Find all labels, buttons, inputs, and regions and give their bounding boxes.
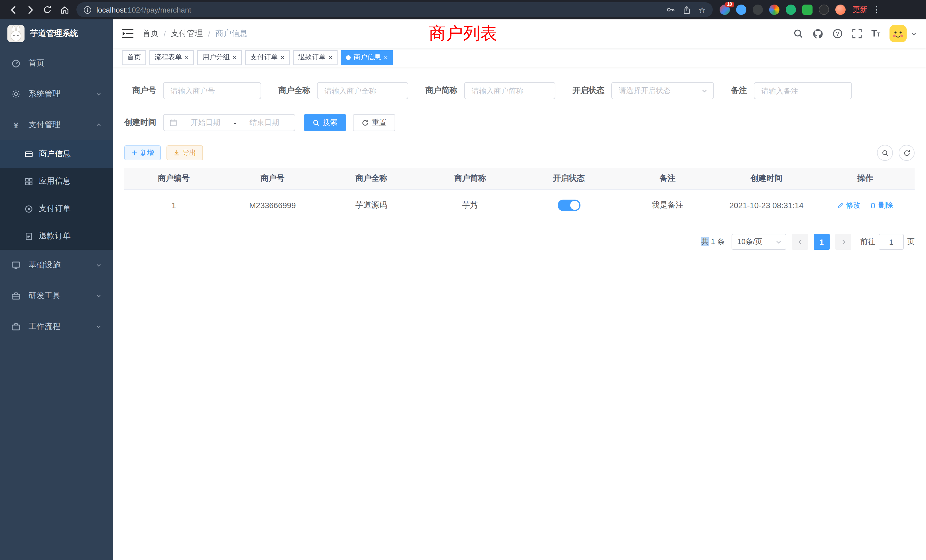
tab-flow-form[interactable]: 流程表单× <box>150 50 194 65</box>
user-menu[interactable] <box>890 25 917 42</box>
search-button[interactable]: 搜索 <box>304 114 346 131</box>
pagination-total: 共1条 <box>700 237 726 247</box>
sidebar-submenu-pay: 商户信息 应用信息 支付订单 退款订单 <box>0 140 113 250</box>
extension-badge: 10 <box>725 2 734 8</box>
calendar-icon <box>169 119 177 127</box>
app-logo[interactable]: 芋道管理系统 <box>0 20 113 48</box>
tags-view: 首页 流程表单× 用户分组× 支付订单× 退款订单× 商户信息× <box>113 48 926 67</box>
edit-link[interactable]: 修改 <box>837 200 861 210</box>
github-icon[interactable] <box>813 28 823 39</box>
workflow-icon <box>11 322 21 331</box>
extension-icon[interactable] <box>769 5 779 15</box>
col-actions: 操作 <box>816 168 915 190</box>
download-icon <box>173 150 180 156</box>
dashboard-icon <box>11 59 21 68</box>
sidebar-item-pay[interactable]: ¥ 支付管理 <box>0 109 113 140</box>
toggle-search-button[interactable] <box>877 145 893 161</box>
col-short-name: 商户简称 <box>421 168 520 190</box>
sidebar-item-refund-order[interactable]: 退款订单 <box>0 222 113 250</box>
sidebar-item-app-info[interactable]: 应用信息 <box>0 168 113 195</box>
sidebar-item-devtools[interactable]: 研发工具 <box>0 281 113 311</box>
tab-merchant-info[interactable]: 商户信息× <box>341 50 393 65</box>
sidebar-item-label: 支付订单 <box>39 204 71 214</box>
status-label: 开启状态 <box>572 86 611 96</box>
page-number-button[interactable]: 1 <box>814 234 830 250</box>
extension-icon[interactable] <box>753 5 763 15</box>
bookmark-star-icon[interactable]: ☆ <box>698 5 706 14</box>
sidebar-item-workflow[interactable]: 工作流程 <box>0 311 113 342</box>
status-toggle[interactable] <box>557 200 580 211</box>
page: localhost:1024/pay/merchant ☆ 10 更新 ⋮ <box>0 0 926 560</box>
cell-merchant-id: 1 <box>124 190 223 221</box>
tab-user-group[interactable]: 用户分组× <box>197 50 242 65</box>
browser-refresh-icon[interactable] <box>40 2 55 17</box>
browser-address-bar[interactable]: localhost:1024/pay/merchant ☆ <box>76 2 713 17</box>
help-icon[interactable]: ? <box>832 29 843 39</box>
close-icon[interactable]: × <box>280 54 284 61</box>
search-icon[interactable] <box>793 29 803 39</box>
sidebar-item-infra[interactable]: 基础设施 <box>0 250 113 281</box>
extension-icon[interactable] <box>835 5 846 15</box>
sidebar-item-pay-order[interactable]: 支付订单 <box>0 195 113 222</box>
browser-home-icon[interactable] <box>57 2 72 17</box>
merchant-no-input[interactable] <box>163 82 261 99</box>
status-select[interactable]: 请选择开启状态 <box>611 82 714 99</box>
sidebar-fold-icon[interactable] <box>122 29 133 39</box>
site-info-icon[interactable] <box>83 5 92 14</box>
sidebar-item-home[interactable]: 首页 <box>0 48 113 79</box>
browser-update-button[interactable]: 更新 <box>852 5 867 15</box>
create-time-range-picker[interactable]: 开始日期 - 结束日期 <box>163 114 295 131</box>
refresh-table-button[interactable] <box>899 145 915 161</box>
reset-button[interactable]: 重置 <box>353 114 395 131</box>
fullscreen-icon[interactable] <box>852 29 862 39</box>
extension-icon[interactable]: 10 <box>720 5 730 15</box>
page-unit-label: 页 <box>907 237 915 247</box>
browser-menu-icon[interactable]: ⋮ <box>872 5 881 15</box>
short-name-input[interactable] <box>464 82 555 99</box>
next-page-button[interactable] <box>835 234 851 250</box>
short-name-label: 商户简称 <box>425 86 464 96</box>
add-button[interactable]: 新增 <box>124 145 161 160</box>
browser-back-icon[interactable] <box>6 2 21 17</box>
prev-page-button[interactable] <box>792 234 808 250</box>
tab-home[interactable]: 首页 <box>122 50 146 65</box>
font-size-icon[interactable]: TT <box>871 29 881 38</box>
extension-icon[interactable] <box>819 5 829 15</box>
close-icon[interactable]: × <box>185 54 189 61</box>
create-time-label: 创建时间 <box>124 118 163 128</box>
password-key-icon[interactable] <box>666 5 675 14</box>
extension-icon[interactable] <box>736 5 746 15</box>
close-icon[interactable]: × <box>328 54 333 61</box>
page-content: 商户号 商户全称 商户简称 开启状态 请选择开启状态 <box>113 67 926 250</box>
share-icon[interactable] <box>682 5 691 14</box>
browser-forward-icon[interactable] <box>23 2 38 17</box>
cell-status <box>519 190 618 221</box>
close-icon[interactable]: × <box>233 54 237 61</box>
breadcrumb-home[interactable]: 首页 <box>142 29 159 39</box>
extension-icon[interactable] <box>786 5 796 15</box>
search-form-row-1: 商户号 商户全称 商户简称 开启状态 请选择开启状态 <box>124 82 915 99</box>
sidebar-item-merchant-info[interactable]: 商户信息 <box>0 140 113 168</box>
sidebar-item-system[interactable]: 系统管理 <box>0 79 113 109</box>
remark-label: 备注 <box>731 86 754 96</box>
tab-pay-order[interactable]: 支付订单× <box>245 50 290 65</box>
chevron-down-icon <box>95 91 102 97</box>
full-name-input[interactable] <box>317 82 408 99</box>
goto-page-input[interactable] <box>879 234 904 250</box>
tab-refund-order[interactable]: 退款订单× <box>293 50 337 65</box>
close-icon[interactable]: × <box>384 54 388 61</box>
date-end-placeholder: 结束日期 <box>239 118 289 128</box>
page-size-select[interactable]: 10条/页 <box>732 234 786 250</box>
sidebar-item-label: 研发工具 <box>29 291 61 301</box>
export-button[interactable]: 导出 <box>166 145 203 160</box>
delete-link[interactable]: 删除 <box>870 200 893 210</box>
remark-input[interactable] <box>754 82 852 99</box>
sidebar-item-label: 系统管理 <box>29 89 61 99</box>
svg-text:?: ? <box>836 30 839 37</box>
sidebar: 芋道管理系统 首页 系统管理 ¥ 支付管理 <box>0 20 113 560</box>
extension-icon[interactable] <box>802 5 813 15</box>
breadcrumb-pay[interactable]: 支付管理 <box>171 29 203 39</box>
yen-icon: ¥ <box>11 120 21 130</box>
chevron-down-icon <box>775 239 782 245</box>
col-status: 开启状态 <box>519 168 618 190</box>
